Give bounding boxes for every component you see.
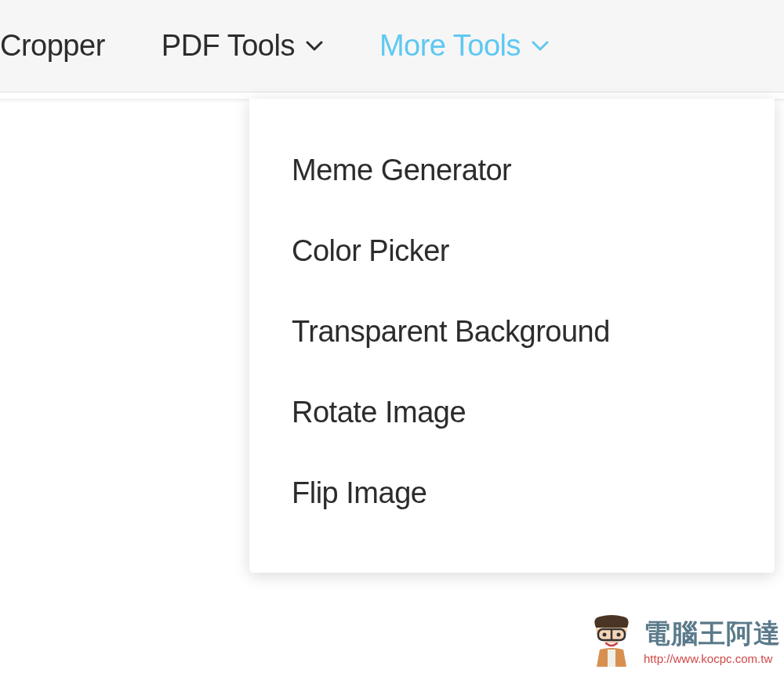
watermark: 電腦王阿達 http://www.kocpc.com.tw (584, 612, 781, 668)
dropdown-item-transparent-background[interactable]: Transparent Background (249, 291, 775, 372)
svg-rect-5 (608, 650, 615, 667)
chevron-down-icon (306, 38, 323, 55)
dropdown-item-color-picker[interactable]: Color Picker (249, 211, 775, 291)
more-tools-dropdown: Meme Generator Color Picker Transparent … (249, 99, 775, 573)
dropdown-label: Transparent Background (292, 315, 610, 348)
watermark-title: 電腦王阿達 (644, 616, 781, 652)
nav-label: Cropper (0, 29, 105, 63)
navbar: Cropper PDF Tools More Tools (0, 0, 784, 92)
dropdown-item-flip-image[interactable]: Flip Image (249, 453, 775, 534)
dropdown-item-rotate-image[interactable]: Rotate Image (249, 372, 775, 453)
nav-item-cropper[interactable]: Cropper (0, 29, 133, 63)
dropdown-item-meme-generator[interactable]: Meme Generator (249, 130, 775, 211)
watermark-avatar-icon (584, 612, 639, 668)
svg-point-4 (617, 633, 621, 637)
nav-item-more-tools[interactable]: More Tools (351, 29, 577, 63)
nav-label: More Tools (379, 29, 521, 63)
content-area: Meme Generator Color Picker Transparent … (0, 99, 784, 684)
nav-label: PDF Tools (162, 29, 295, 63)
dropdown-label: Rotate Image (292, 396, 466, 429)
dropdown-label: Flip Image (292, 476, 426, 509)
chevron-down-icon (532, 38, 549, 55)
svg-point-3 (603, 633, 607, 637)
watermark-text: 電腦王阿達 http://www.kocpc.com.tw (644, 616, 781, 665)
dropdown-label: Color Picker (292, 234, 449, 267)
watermark-url: http://www.kocpc.com.tw (644, 652, 781, 665)
nav-item-pdf-tools[interactable]: PDF Tools (133, 29, 351, 63)
dropdown-label: Meme Generator (292, 154, 511, 186)
